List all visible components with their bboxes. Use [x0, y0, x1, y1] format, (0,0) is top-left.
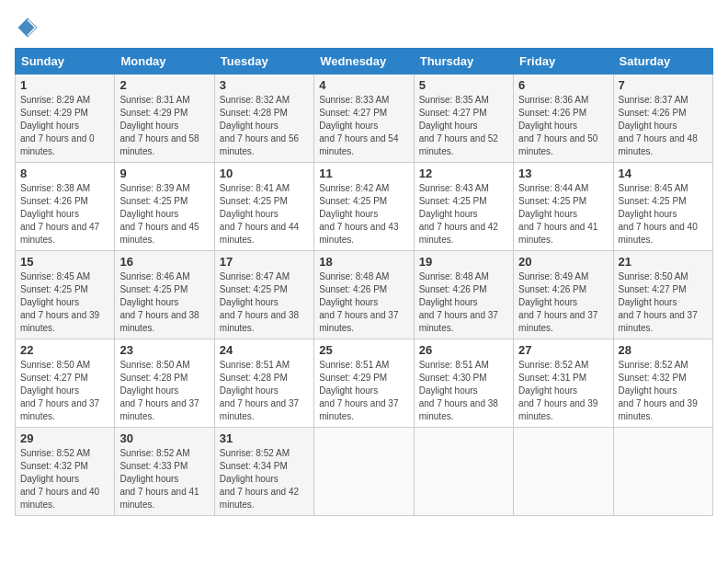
- calendar-cell: 16 Sunrise: 8:46 AM Sunset: 4:25 PM Dayl…: [115, 251, 214, 339]
- day-header-thursday: Thursday: [414, 49, 513, 75]
- calendar-cell: 11 Sunrise: 8:42 AM Sunset: 4:25 PM Dayl…: [314, 163, 414, 251]
- day-number: 20: [518, 255, 608, 269]
- day-info: Sunrise: 8:49 AM Sunset: 4:26 PM Dayligh…: [518, 270, 608, 335]
- day-number: 9: [119, 167, 209, 180]
- calendar-cell: 31 Sunrise: 8:52 AM Sunset: 4:34 PM Dayl…: [214, 428, 313, 516]
- day-number: 21: [619, 255, 708, 269]
- day-info: Sunrise: 8:50 AM Sunset: 4:27 PM Dayligh…: [619, 270, 708, 335]
- calendar-cell: 9 Sunrise: 8:39 AM Sunset: 4:25 PM Dayli…: [115, 163, 214, 251]
- calendar-cell: 15 Sunrise: 8:45 AM Sunset: 4:25 PM Dayl…: [16, 251, 115, 339]
- day-number: 12: [419, 167, 508, 180]
- day-number: 7: [619, 78, 708, 92]
- page-header: [15, 15, 713, 40]
- day-header-wednesday: Wednesday: [314, 49, 414, 75]
- calendar-cell: [514, 428, 613, 516]
- day-number: 28: [619, 343, 708, 357]
- day-number: 26: [419, 343, 508, 357]
- calendar-cell: 6 Sunrise: 8:36 AM Sunset: 4:26 PM Dayli…: [514, 75, 613, 163]
- day-header-saturday: Saturday: [613, 49, 712, 75]
- week-row-4: 22 Sunrise: 8:50 AM Sunset: 4:27 PM Dayl…: [16, 339, 713, 428]
- day-info: Sunrise: 8:31 AM Sunset: 4:29 PM Dayligh…: [119, 94, 209, 158]
- calendar-cell: 30 Sunrise: 8:52 AM Sunset: 4:33 PM Dayl…: [115, 428, 214, 516]
- day-number: 25: [319, 343, 408, 357]
- day-number: 11: [319, 167, 408, 180]
- day-info: Sunrise: 8:51 AM Sunset: 4:28 PM Dayligh…: [220, 359, 309, 423]
- week-row-3: 15 Sunrise: 8:45 AM Sunset: 4:25 PM Dayl…: [16, 251, 713, 339]
- day-number: 3: [220, 78, 309, 92]
- day-number: 22: [20, 343, 109, 357]
- day-info: Sunrise: 8:42 AM Sunset: 4:25 PM Dayligh…: [319, 182, 408, 247]
- day-number: 13: [518, 167, 608, 180]
- day-number: 29: [20, 431, 109, 445]
- day-info: Sunrise: 8:45 AM Sunset: 4:25 PM Dayligh…: [619, 182, 708, 247]
- day-number: 16: [119, 255, 209, 269]
- day-info: Sunrise: 8:48 AM Sunset: 4:26 PM Dayligh…: [419, 270, 508, 335]
- calendar-cell: 23 Sunrise: 8:50 AM Sunset: 4:28 PM Dayl…: [115, 339, 214, 428]
- calendar-cell: 22 Sunrise: 8:50 AM Sunset: 4:27 PM Dayl…: [16, 339, 115, 428]
- calendar-cell: 3 Sunrise: 8:32 AM Sunset: 4:28 PM Dayli…: [214, 75, 313, 163]
- day-info: Sunrise: 8:39 AM Sunset: 4:25 PM Dayligh…: [119, 182, 209, 247]
- day-info: Sunrise: 8:36 AM Sunset: 4:26 PM Dayligh…: [518, 94, 608, 158]
- day-info: Sunrise: 8:43 AM Sunset: 4:25 PM Dayligh…: [419, 182, 508, 247]
- calendar-cell: 29 Sunrise: 8:52 AM Sunset: 4:32 PM Dayl…: [16, 428, 115, 516]
- calendar-cell: 10 Sunrise: 8:41 AM Sunset: 4:25 PM Dayl…: [214, 163, 313, 251]
- day-info: Sunrise: 8:45 AM Sunset: 4:25 PM Dayligh…: [20, 270, 109, 335]
- day-number: 24: [220, 343, 309, 357]
- logo: [15, 15, 44, 40]
- day-number: 6: [518, 78, 608, 92]
- day-number: 23: [119, 343, 209, 357]
- week-row-2: 8 Sunrise: 8:38 AM Sunset: 4:26 PM Dayli…: [16, 163, 713, 251]
- calendar-cell: 14 Sunrise: 8:45 AM Sunset: 4:25 PM Dayl…: [613, 163, 712, 251]
- week-row-1: 1 Sunrise: 8:29 AM Sunset: 4:29 PM Dayli…: [16, 75, 713, 163]
- day-number: 31: [220, 431, 309, 445]
- day-header-friday: Friday: [514, 49, 613, 75]
- calendar-cell: 25 Sunrise: 8:51 AM Sunset: 4:29 PM Dayl…: [314, 339, 414, 428]
- day-number: 14: [619, 167, 708, 180]
- calendar-cell: 13 Sunrise: 8:44 AM Sunset: 4:25 PM Dayl…: [514, 163, 613, 251]
- calendar-cell: 20 Sunrise: 8:49 AM Sunset: 4:26 PM Dayl…: [514, 251, 613, 339]
- calendar-cell: 17 Sunrise: 8:47 AM Sunset: 4:25 PM Dayl…: [214, 251, 313, 339]
- calendar-cell: 4 Sunrise: 8:33 AM Sunset: 4:27 PM Dayli…: [314, 75, 414, 163]
- day-number: 18: [319, 255, 408, 269]
- day-info: Sunrise: 8:52 AM Sunset: 4:32 PM Dayligh…: [20, 447, 109, 511]
- day-header-monday: Monday: [115, 49, 214, 75]
- day-info: Sunrise: 8:51 AM Sunset: 4:30 PM Dayligh…: [419, 359, 508, 423]
- day-info: Sunrise: 8:41 AM Sunset: 4:25 PM Dayligh…: [220, 182, 309, 247]
- calendar-cell: 1 Sunrise: 8:29 AM Sunset: 4:29 PM Dayli…: [16, 75, 115, 163]
- day-number: 17: [220, 255, 309, 269]
- day-info: Sunrise: 8:33 AM Sunset: 4:27 PM Dayligh…: [319, 94, 408, 158]
- day-number: 5: [419, 78, 508, 92]
- calendar-cell: 27 Sunrise: 8:52 AM Sunset: 4:31 PM Dayl…: [514, 339, 613, 428]
- day-info: Sunrise: 8:37 AM Sunset: 4:26 PM Dayligh…: [619, 94, 708, 158]
- day-info: Sunrise: 8:46 AM Sunset: 4:25 PM Dayligh…: [119, 270, 209, 335]
- day-number: 15: [20, 255, 109, 269]
- logo-icon: [15, 15, 40, 40]
- calendar-cell: [414, 428, 513, 516]
- calendar-cell: 19 Sunrise: 8:48 AM Sunset: 4:26 PM Dayl…: [414, 251, 513, 339]
- day-number: 4: [319, 78, 408, 92]
- day-number: 19: [419, 255, 508, 269]
- calendar-cell: 7 Sunrise: 8:37 AM Sunset: 4:26 PM Dayli…: [613, 75, 712, 163]
- calendar-cell: [613, 428, 712, 516]
- day-info: Sunrise: 8:52 AM Sunset: 4:31 PM Dayligh…: [518, 359, 608, 423]
- day-info: Sunrise: 8:51 AM Sunset: 4:29 PM Dayligh…: [319, 359, 408, 423]
- calendar-cell: 8 Sunrise: 8:38 AM Sunset: 4:26 PM Dayli…: [16, 163, 115, 251]
- calendar-cell: 26 Sunrise: 8:51 AM Sunset: 4:30 PM Dayl…: [414, 339, 513, 428]
- day-info: Sunrise: 8:48 AM Sunset: 4:26 PM Dayligh…: [319, 270, 408, 335]
- day-info: Sunrise: 8:38 AM Sunset: 4:26 PM Dayligh…: [20, 182, 109, 247]
- day-info: Sunrise: 8:50 AM Sunset: 4:28 PM Dayligh…: [119, 359, 209, 423]
- day-info: Sunrise: 8:32 AM Sunset: 4:28 PM Dayligh…: [220, 94, 309, 158]
- day-number: 10: [220, 167, 309, 180]
- calendar-cell: 18 Sunrise: 8:48 AM Sunset: 4:26 PM Dayl…: [314, 251, 414, 339]
- day-number: 30: [119, 431, 209, 445]
- day-number: 2: [119, 78, 209, 92]
- day-number: 8: [20, 167, 109, 180]
- calendar-cell: 28 Sunrise: 8:52 AM Sunset: 4:32 PM Dayl…: [613, 339, 712, 428]
- calendar-cell: 21 Sunrise: 8:50 AM Sunset: 4:27 PM Dayl…: [613, 251, 712, 339]
- calendar-cell: 2 Sunrise: 8:31 AM Sunset: 4:29 PM Dayli…: [115, 75, 214, 163]
- day-info: Sunrise: 8:52 AM Sunset: 4:32 PM Dayligh…: [619, 359, 708, 423]
- day-info: Sunrise: 8:52 AM Sunset: 4:34 PM Dayligh…: [220, 447, 309, 511]
- calendar-cell: 12 Sunrise: 8:43 AM Sunset: 4:25 PM Dayl…: [414, 163, 513, 251]
- day-header-sunday: Sunday: [16, 49, 115, 75]
- day-number: 1: [20, 78, 109, 92]
